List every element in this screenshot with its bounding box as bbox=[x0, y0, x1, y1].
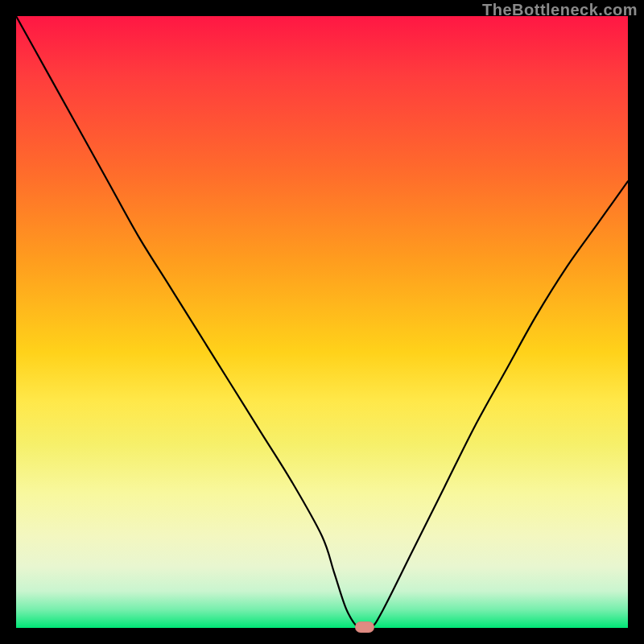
optimal-marker bbox=[355, 621, 374, 633]
chart-frame: TheBottleneck.com bbox=[0, 0, 644, 644]
bottleneck-curve bbox=[16, 16, 628, 628]
plot-area bbox=[16, 16, 628, 628]
